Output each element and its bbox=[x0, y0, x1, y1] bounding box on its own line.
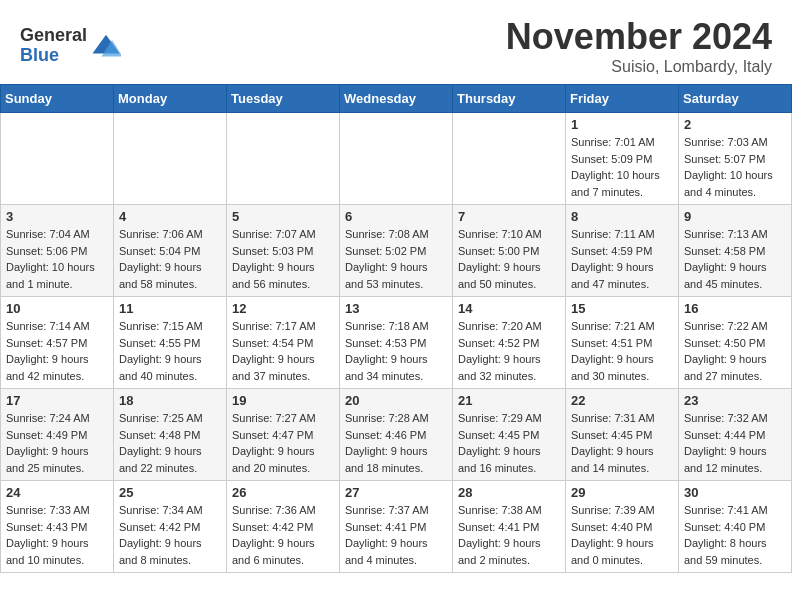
day-info: Sunrise: 7:27 AM Sunset: 4:47 PM Dayligh… bbox=[232, 410, 334, 476]
day-info: Sunrise: 7:32 AM Sunset: 4:44 PM Dayligh… bbox=[684, 410, 786, 476]
calendar-cell bbox=[1, 113, 114, 205]
day-number: 23 bbox=[684, 393, 786, 408]
calendar-cell: 17Sunrise: 7:24 AM Sunset: 4:49 PM Dayli… bbox=[1, 389, 114, 481]
col-header-wednesday: Wednesday bbox=[340, 85, 453, 113]
day-info: Sunrise: 7:29 AM Sunset: 4:45 PM Dayligh… bbox=[458, 410, 560, 476]
day-number: 3 bbox=[6, 209, 108, 224]
day-number: 29 bbox=[571, 485, 673, 500]
day-info: Sunrise: 7:04 AM Sunset: 5:06 PM Dayligh… bbox=[6, 226, 108, 292]
day-info: Sunrise: 7:17 AM Sunset: 4:54 PM Dayligh… bbox=[232, 318, 334, 384]
day-info: Sunrise: 7:10 AM Sunset: 5:00 PM Dayligh… bbox=[458, 226, 560, 292]
day-number: 14 bbox=[458, 301, 560, 316]
logo-blue: Blue bbox=[20, 46, 87, 66]
logo: General Blue bbox=[20, 26, 121, 66]
calendar-cell bbox=[340, 113, 453, 205]
day-info: Sunrise: 7:13 AM Sunset: 4:58 PM Dayligh… bbox=[684, 226, 786, 292]
col-header-friday: Friday bbox=[566, 85, 679, 113]
day-number: 17 bbox=[6, 393, 108, 408]
day-info: Sunrise: 7:36 AM Sunset: 4:42 PM Dayligh… bbox=[232, 502, 334, 568]
calendar-cell: 8Sunrise: 7:11 AM Sunset: 4:59 PM Daylig… bbox=[566, 205, 679, 297]
col-header-monday: Monday bbox=[114, 85, 227, 113]
calendar-cell: 14Sunrise: 7:20 AM Sunset: 4:52 PM Dayli… bbox=[453, 297, 566, 389]
calendar-cell: 21Sunrise: 7:29 AM Sunset: 4:45 PM Dayli… bbox=[453, 389, 566, 481]
calendar-cell: 30Sunrise: 7:41 AM Sunset: 4:40 PM Dayli… bbox=[679, 481, 792, 573]
day-number: 7 bbox=[458, 209, 560, 224]
day-number: 28 bbox=[458, 485, 560, 500]
calendar-cell: 22Sunrise: 7:31 AM Sunset: 4:45 PM Dayli… bbox=[566, 389, 679, 481]
day-info: Sunrise: 7:11 AM Sunset: 4:59 PM Dayligh… bbox=[571, 226, 673, 292]
day-number: 1 bbox=[571, 117, 673, 132]
day-info: Sunrise: 7:37 AM Sunset: 4:41 PM Dayligh… bbox=[345, 502, 447, 568]
col-header-saturday: Saturday bbox=[679, 85, 792, 113]
day-info: Sunrise: 7:03 AM Sunset: 5:07 PM Dayligh… bbox=[684, 134, 786, 200]
month-title: November 2024 bbox=[506, 16, 772, 58]
calendar-cell: 2Sunrise: 7:03 AM Sunset: 5:07 PM Daylig… bbox=[679, 113, 792, 205]
calendar-cell: 15Sunrise: 7:21 AM Sunset: 4:51 PM Dayli… bbox=[566, 297, 679, 389]
day-info: Sunrise: 7:22 AM Sunset: 4:50 PM Dayligh… bbox=[684, 318, 786, 384]
day-number: 25 bbox=[119, 485, 221, 500]
day-number: 21 bbox=[458, 393, 560, 408]
calendar-cell: 4Sunrise: 7:06 AM Sunset: 5:04 PM Daylig… bbox=[114, 205, 227, 297]
day-info: Sunrise: 7:01 AM Sunset: 5:09 PM Dayligh… bbox=[571, 134, 673, 200]
day-number: 27 bbox=[345, 485, 447, 500]
day-number: 16 bbox=[684, 301, 786, 316]
day-number: 18 bbox=[119, 393, 221, 408]
day-info: Sunrise: 7:39 AM Sunset: 4:40 PM Dayligh… bbox=[571, 502, 673, 568]
calendar-cell: 16Sunrise: 7:22 AM Sunset: 4:50 PM Dayli… bbox=[679, 297, 792, 389]
day-info: Sunrise: 7:14 AM Sunset: 4:57 PM Dayligh… bbox=[6, 318, 108, 384]
calendar-cell: 9Sunrise: 7:13 AM Sunset: 4:58 PM Daylig… bbox=[679, 205, 792, 297]
location: Suisio, Lombardy, Italy bbox=[506, 58, 772, 76]
day-number: 6 bbox=[345, 209, 447, 224]
calendar-cell: 11Sunrise: 7:15 AM Sunset: 4:55 PM Dayli… bbox=[114, 297, 227, 389]
calendar-cell: 28Sunrise: 7:38 AM Sunset: 4:41 PM Dayli… bbox=[453, 481, 566, 573]
logo-icon bbox=[91, 31, 121, 61]
logo-general: General bbox=[20, 26, 87, 46]
calendar-cell: 20Sunrise: 7:28 AM Sunset: 4:46 PM Dayli… bbox=[340, 389, 453, 481]
calendar-cell: 26Sunrise: 7:36 AM Sunset: 4:42 PM Dayli… bbox=[227, 481, 340, 573]
calendar-cell: 7Sunrise: 7:10 AM Sunset: 5:00 PM Daylig… bbox=[453, 205, 566, 297]
col-header-sunday: Sunday bbox=[1, 85, 114, 113]
calendar-cell: 29Sunrise: 7:39 AM Sunset: 4:40 PM Dayli… bbox=[566, 481, 679, 573]
day-number: 12 bbox=[232, 301, 334, 316]
col-header-thursday: Thursday bbox=[453, 85, 566, 113]
day-number: 19 bbox=[232, 393, 334, 408]
day-number: 4 bbox=[119, 209, 221, 224]
day-info: Sunrise: 7:20 AM Sunset: 4:52 PM Dayligh… bbox=[458, 318, 560, 384]
calendar-cell: 24Sunrise: 7:33 AM Sunset: 4:43 PM Dayli… bbox=[1, 481, 114, 573]
day-number: 22 bbox=[571, 393, 673, 408]
calendar-cell bbox=[227, 113, 340, 205]
calendar-cell: 13Sunrise: 7:18 AM Sunset: 4:53 PM Dayli… bbox=[340, 297, 453, 389]
calendar-cell bbox=[453, 113, 566, 205]
calendar-cell: 18Sunrise: 7:25 AM Sunset: 4:48 PM Dayli… bbox=[114, 389, 227, 481]
day-info: Sunrise: 7:34 AM Sunset: 4:42 PM Dayligh… bbox=[119, 502, 221, 568]
calendar-cell bbox=[114, 113, 227, 205]
page-header: General Blue November 2024 Suisio, Lomba… bbox=[0, 0, 792, 84]
day-info: Sunrise: 7:21 AM Sunset: 4:51 PM Dayligh… bbox=[571, 318, 673, 384]
calendar-cell: 5Sunrise: 7:07 AM Sunset: 5:03 PM Daylig… bbox=[227, 205, 340, 297]
day-info: Sunrise: 7:24 AM Sunset: 4:49 PM Dayligh… bbox=[6, 410, 108, 476]
day-info: Sunrise: 7:31 AM Sunset: 4:45 PM Dayligh… bbox=[571, 410, 673, 476]
title-area: November 2024 Suisio, Lombardy, Italy bbox=[506, 16, 772, 76]
calendar-cell: 10Sunrise: 7:14 AM Sunset: 4:57 PM Dayli… bbox=[1, 297, 114, 389]
day-info: Sunrise: 7:25 AM Sunset: 4:48 PM Dayligh… bbox=[119, 410, 221, 476]
day-info: Sunrise: 7:07 AM Sunset: 5:03 PM Dayligh… bbox=[232, 226, 334, 292]
day-info: Sunrise: 7:06 AM Sunset: 5:04 PM Dayligh… bbox=[119, 226, 221, 292]
day-number: 15 bbox=[571, 301, 673, 316]
col-header-tuesday: Tuesday bbox=[227, 85, 340, 113]
day-number: 2 bbox=[684, 117, 786, 132]
day-number: 11 bbox=[119, 301, 221, 316]
calendar-cell: 6Sunrise: 7:08 AM Sunset: 5:02 PM Daylig… bbox=[340, 205, 453, 297]
calendar-table: SundayMondayTuesdayWednesdayThursdayFrid… bbox=[0, 84, 792, 573]
calendar-cell: 19Sunrise: 7:27 AM Sunset: 4:47 PM Dayli… bbox=[227, 389, 340, 481]
day-info: Sunrise: 7:28 AM Sunset: 4:46 PM Dayligh… bbox=[345, 410, 447, 476]
day-number: 5 bbox=[232, 209, 334, 224]
calendar-cell: 23Sunrise: 7:32 AM Sunset: 4:44 PM Dayli… bbox=[679, 389, 792, 481]
day-number: 10 bbox=[6, 301, 108, 316]
calendar-cell: 12Sunrise: 7:17 AM Sunset: 4:54 PM Dayli… bbox=[227, 297, 340, 389]
day-number: 24 bbox=[6, 485, 108, 500]
day-info: Sunrise: 7:18 AM Sunset: 4:53 PM Dayligh… bbox=[345, 318, 447, 384]
day-number: 26 bbox=[232, 485, 334, 500]
day-number: 13 bbox=[345, 301, 447, 316]
day-number: 30 bbox=[684, 485, 786, 500]
calendar-cell: 27Sunrise: 7:37 AM Sunset: 4:41 PM Dayli… bbox=[340, 481, 453, 573]
